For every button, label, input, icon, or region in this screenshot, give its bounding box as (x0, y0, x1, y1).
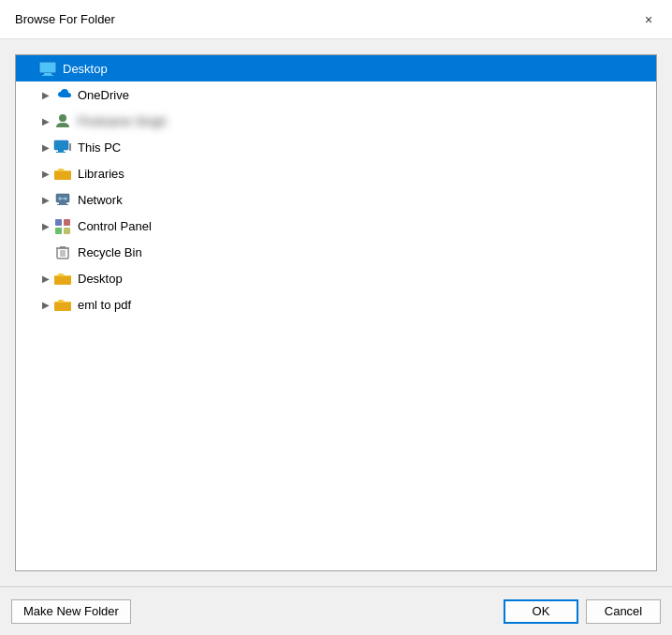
tree-item-control-panel[interactable]: ▶ Control Panel (16, 213, 656, 239)
network-icon (53, 190, 72, 209)
dialog-body: ▶ Desktop ▶ OneDrive ▶ (0, 39, 672, 586)
ok-button[interactable]: OK (504, 599, 578, 624)
svg-rect-5 (58, 150, 64, 152)
dialog-footer: Make New Folder OK Cancel (0, 586, 672, 635)
tree-item-user-profile[interactable]: ▶ Firstname Singh (16, 108, 656, 134)
svg-rect-10 (59, 202, 66, 204)
chevron-this-pc: ▶ (38, 140, 53, 155)
desktop-root-label: Desktop (63, 62, 108, 76)
this-pc-label: This PC (78, 140, 121, 155)
footer-left: Make New Folder (11, 599, 131, 624)
svg-rect-16 (64, 219, 70, 226)
chevron-desktop-folder: ▶ (38, 271, 53, 286)
svg-rect-11 (57, 204, 68, 205)
chevron-libraries: ▶ (38, 166, 53, 181)
svg-rect-4 (54, 140, 68, 150)
tree-item-this-pc[interactable]: ▶ This PC (16, 134, 656, 160)
onedrive-label: OneDrive (78, 88, 129, 102)
libraries-icon (53, 164, 72, 183)
tree-item-desktop-folder[interactable]: ▶ Desktop (16, 265, 656, 291)
dialog-title: Browse For Folder (15, 12, 115, 26)
libraries-label: Libraries (78, 167, 124, 181)
control-panel-icon (53, 216, 72, 235)
close-button[interactable]: × (636, 7, 661, 32)
onedrive-icon (53, 85, 72, 104)
svg-rect-18 (64, 228, 70, 234)
desktop-icon (38, 59, 57, 78)
footer-right: OK Cancel (504, 599, 661, 624)
svg-rect-25 (54, 302, 71, 311)
recycle-bin-icon (53, 243, 72, 261)
tree-item-onedrive[interactable]: ▶ OneDrive (16, 81, 656, 108)
title-bar: Browse For Folder × (0, 0, 672, 39)
svg-rect-7 (69, 143, 71, 151)
cancel-button[interactable]: Cancel (586, 599, 661, 624)
chevron-network: ▶ (38, 192, 53, 207)
user-profile-label: Firstname Singh (78, 114, 167, 128)
desktop-folder-icon (53, 269, 72, 288)
network-label: Network (78, 193, 123, 207)
chevron-user: ▶ (38, 113, 53, 128)
tree-item-recycle-bin[interactable]: ▶ Recycle Bin (16, 239, 656, 265)
svg-point-3 (59, 114, 66, 122)
eml-to-pdf-icon (53, 295, 72, 314)
svg-rect-24 (54, 275, 71, 285)
control-panel-label: Control Panel (78, 219, 152, 233)
svg-rect-1 (44, 73, 51, 75)
chevron-control-panel: ▶ (38, 218, 53, 233)
svg-rect-0 (39, 62, 56, 73)
tree-item-desktop-root[interactable]: ▶ Desktop (16, 55, 656, 81)
svg-rect-15 (55, 219, 62, 226)
recycle-bin-label: Recycle Bin (78, 245, 142, 259)
this-pc-icon (53, 138, 72, 156)
chevron-eml-to-pdf: ▶ (38, 297, 53, 312)
make-new-folder-button[interactable]: Make New Folder (11, 599, 131, 624)
person-icon (53, 111, 72, 130)
tree-item-libraries[interactable]: ▶ Libraries (16, 160, 656, 186)
svg-rect-8 (54, 170, 71, 180)
tree-item-eml-to-pdf[interactable]: ▶ eml to pdf (16, 291, 656, 318)
tree-item-network[interactable]: ▶ Network (16, 186, 656, 213)
folder-tree[interactable]: ▶ Desktop ▶ OneDrive ▶ (15, 54, 657, 571)
eml-to-pdf-label: eml to pdf (78, 298, 131, 312)
svg-rect-17 (55, 228, 62, 234)
svg-rect-6 (56, 152, 66, 153)
chevron-onedrive: ▶ (38, 87, 53, 102)
svg-rect-2 (42, 75, 53, 76)
desktop-folder-label: Desktop (78, 272, 123, 286)
